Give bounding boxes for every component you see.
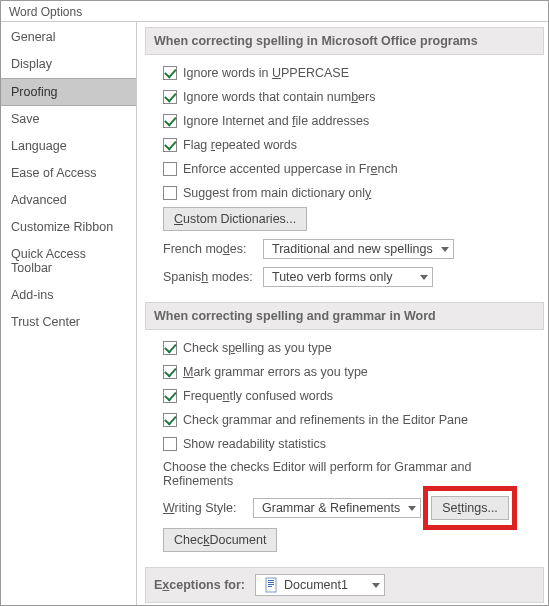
opt-ignore-uppercase: Ignore words in UPPERCASE xyxy=(163,63,538,83)
group-word-spelling: Check spelling as you type Mark grammar … xyxy=(145,338,544,562)
opt-accented-french: Enforce accented uppercase in French xyxy=(163,159,538,179)
row-french-modes: French modes: Traditional and new spelli… xyxy=(163,239,538,259)
window-title: Word Options xyxy=(1,1,548,22)
checkbox-ignore-internet[interactable] xyxy=(163,114,177,128)
combo-french-modes[interactable]: Traditional and new spellings xyxy=(263,239,454,259)
label-choose-checks: Choose the checks Editor will perform fo… xyxy=(163,460,538,488)
chevron-down-icon xyxy=(408,506,416,511)
nav-display[interactable]: Display xyxy=(1,51,136,78)
nav-customize-ribbon[interactable]: Customize Ribbon xyxy=(1,214,136,241)
label-accented-french: Enforce accented uppercase in French xyxy=(183,162,398,176)
nav-proofing[interactable]: Proofing xyxy=(1,78,136,106)
opt-main-dict-only: Suggest from main dictionary only xyxy=(163,183,538,203)
label-ignore-numbers: Ignore words that contain numbers xyxy=(183,90,375,104)
combo-writing-style[interactable]: Grammar & Refinements xyxy=(253,498,421,518)
opt-confused-words: Frequently confused words xyxy=(163,386,538,406)
nav-ease-of-access[interactable]: Ease of Access xyxy=(1,160,136,187)
checkbox-readability[interactable] xyxy=(163,437,177,451)
label-mark-grammar: Mark grammar errors as you type xyxy=(183,365,368,379)
label-check-spelling: Check spelling as you type xyxy=(183,341,332,355)
opt-grammar-editor-pane: Check grammar and refinements in the Edi… xyxy=(163,410,538,430)
document-icon xyxy=(264,577,280,593)
nav-add-ins[interactable]: Add-ins xyxy=(1,282,136,309)
nav-quick-access-toolbar[interactable]: Quick Access Toolbar xyxy=(1,241,136,282)
checkbox-main-dict-only[interactable] xyxy=(163,186,177,200)
combo-exceptions-for[interactable]: Document1 xyxy=(255,574,385,596)
chevron-down-icon xyxy=(372,583,380,588)
label-exceptions-for: Exceptions for: xyxy=(154,578,245,592)
chevron-down-icon xyxy=(420,275,428,280)
label-confused-words: Frequently confused words xyxy=(183,389,333,403)
word-options-window: Word Options General Display Proofing Sa… xyxy=(0,0,549,606)
opt-ignore-internet: Ignore Internet and file addresses xyxy=(163,111,538,131)
label-main-dict-only: Suggest from main dictionary only xyxy=(183,186,371,200)
custom-dictionaries-button[interactable]: Custom Dictionaries... xyxy=(163,207,307,231)
chevron-down-icon xyxy=(441,247,449,252)
checkbox-mark-grammar[interactable] xyxy=(163,365,177,379)
nav-language[interactable]: Language xyxy=(1,133,136,160)
row-custom-dictionaries: Custom Dictionaries... xyxy=(163,207,538,231)
row-spanish-modes: Spanish modes: Tuteo verb forms only xyxy=(163,267,538,287)
svg-rect-4 xyxy=(268,586,272,587)
svg-rect-3 xyxy=(268,584,274,585)
nav-save[interactable]: Save xyxy=(1,106,136,133)
nav-advanced[interactable]: Advanced xyxy=(1,187,136,214)
opt-ignore-numbers: Ignore words that contain numbers xyxy=(163,87,538,107)
label-ignore-uppercase: Ignore words in UPPERCASE xyxy=(183,66,349,80)
row-check-document: Check Document xyxy=(163,528,538,552)
combo-spanish-modes[interactable]: Tuteo verb forms only xyxy=(263,267,433,287)
checkbox-ignore-uppercase[interactable] xyxy=(163,66,177,80)
label-ignore-internet: Ignore Internet and file addresses xyxy=(183,114,369,128)
opt-check-spelling: Check spelling as you type xyxy=(163,338,538,358)
opt-readability: Show readability statistics xyxy=(163,434,538,454)
checkbox-ignore-numbers[interactable] xyxy=(163,90,177,104)
svg-rect-1 xyxy=(268,580,274,581)
svg-rect-2 xyxy=(268,582,274,583)
checkbox-confused-words[interactable] xyxy=(163,389,177,403)
check-document-button[interactable]: Check Document xyxy=(163,528,277,552)
label-grammar-editor-pane: Check grammar and refinements in the Edi… xyxy=(183,413,468,427)
combo-writing-style-value: Grammar & Refinements xyxy=(262,501,400,515)
checkbox-flag-repeated[interactable] xyxy=(163,138,177,152)
opt-mark-grammar: Mark grammar errors as you type xyxy=(163,362,538,382)
body: General Display Proofing Save Language E… xyxy=(1,22,548,605)
settings-button[interactable]: Settings... xyxy=(431,496,509,520)
checkbox-grammar-editor-pane[interactable] xyxy=(163,413,177,427)
label-readability: Show readability statistics xyxy=(183,437,326,451)
combo-spanish-modes-value: Tuteo verb forms only xyxy=(272,270,392,284)
checkbox-accented-french[interactable] xyxy=(163,162,177,176)
combo-exceptions-value: Document1 xyxy=(284,578,348,592)
checkbox-check-spelling[interactable] xyxy=(163,341,177,355)
nav-general[interactable]: General xyxy=(1,24,136,51)
content-pane: When correcting spelling in Microsoft Of… xyxy=(137,22,548,605)
section-exceptions-header: Exceptions for: Document1 xyxy=(145,567,544,603)
section-word-spelling-header: When correcting spelling and grammar in … xyxy=(145,302,544,330)
sidebar: General Display Proofing Save Language E… xyxy=(1,22,137,605)
label-writing-style: Writing Style: xyxy=(163,501,243,515)
opt-flag-repeated: Flag repeated words xyxy=(163,135,538,155)
label-spanish-modes: Spanish modes: xyxy=(163,270,253,284)
label-flag-repeated: Flag repeated words xyxy=(183,138,297,152)
section-autocorrect-header: When correcting spelling in Microsoft Of… xyxy=(145,27,544,55)
label-french-modes: French modes: xyxy=(163,242,253,256)
nav-trust-center[interactable]: Trust Center xyxy=(1,309,136,336)
group-office-spelling: Ignore words in UPPERCASE Ignore words t… xyxy=(145,63,544,297)
row-writing-style: Writing Style: Grammar & Refinements Set… xyxy=(163,496,538,520)
combo-french-modes-value: Traditional and new spellings xyxy=(272,242,433,256)
